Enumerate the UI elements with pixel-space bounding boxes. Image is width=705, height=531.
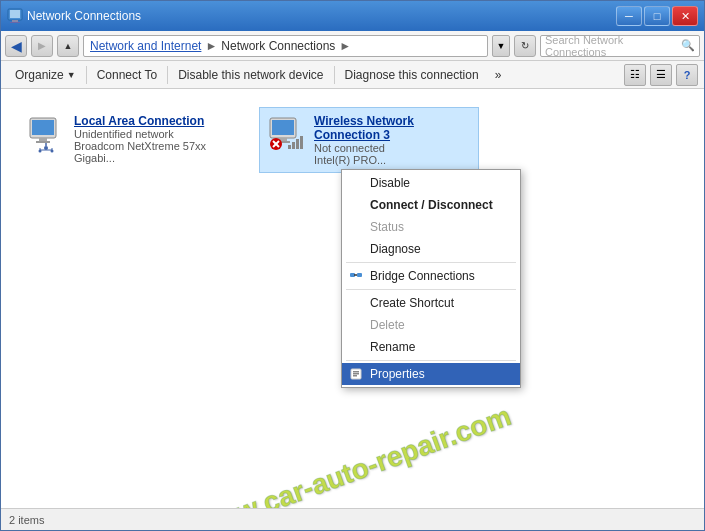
ctx-bridge-connections[interactable]: Bridge Connections [342,265,520,287]
svg-rect-2 [12,20,18,22]
up-button[interactable]: ▲ [57,35,79,57]
disable-button[interactable]: Disable this network device [170,63,331,87]
wireless-info: Wireless Network Connection 3 Not connec… [314,114,472,166]
content-area: Local Area Connection Unidentified netwo… [1,89,704,508]
breadcrumb-current: Network Connections [221,39,335,53]
svg-rect-27 [357,273,362,277]
ctx-connect-disconnect[interactable]: Connect / Disconnect [342,194,520,216]
breadcrumb-sep: ► [205,39,217,53]
toolbar-separator-3 [334,66,335,84]
local-area-connection-item[interactable]: Local Area Connection Unidentified netwo… [19,107,239,173]
svg-rect-5 [32,120,54,135]
ctx-disable-label: Disable [370,176,410,190]
help-button[interactable]: ? [676,64,698,86]
toolbar: Organize ▼ Connect To Disable this netwo… [1,61,704,89]
ctx-properties[interactable]: Properties [342,363,520,385]
more-button[interactable]: » [487,63,510,87]
ctx-status-label: Status [370,220,404,234]
search-placeholder: Search Network Connections [545,34,681,58]
wireless-name: Wireless Network Connection 3 [314,114,472,142]
properties-icon [348,366,364,382]
local-area-device: Broadcom NetXtreme 57xx Gigabi... [74,140,232,164]
main-window: Network Connections ─ □ ✕ ◀ ▶ ▲ Network … [0,0,705,531]
view-options-button[interactable]: ☷ [624,64,646,86]
title-bar: Network Connections ─ □ ✕ [1,1,704,31]
ctx-delete: Delete [342,314,520,336]
wireless-status: Not connected [314,142,472,154]
address-dropdown-button[interactable]: ▼ [492,35,510,57]
svg-rect-22 [288,145,291,149]
wireless-device: Intel(R) PRO... [314,154,472,166]
diagnose-label: Diagnose this connection [345,68,479,82]
svg-rect-30 [353,371,359,373]
organize-chevron: ▼ [67,70,76,80]
title-bar-controls: ─ □ ✕ [616,6,698,26]
svg-rect-7 [36,141,50,143]
wireless-icon [266,114,306,154]
search-bar[interactable]: Search Network Connections 🔍 [540,35,700,57]
ctx-diagnose-label: Diagnose [370,242,421,256]
ctx-delete-label: Delete [370,318,405,332]
ctx-properties-label: Properties [370,367,425,381]
breadcrumb-sep2: ► [339,39,351,53]
organize-label: Organize [15,68,64,82]
ctx-diagnose[interactable]: Diagnose [342,238,520,260]
local-area-icon [26,114,66,154]
title-bar-left: Network Connections [7,8,141,24]
wireless-connection-item[interactable]: Wireless Network Connection 3 Not connec… [259,107,479,173]
ctx-disable[interactable]: Disable [342,172,520,194]
ctx-create-shortcut[interactable]: Create Shortcut [342,292,520,314]
ctx-create-shortcut-label: Create Shortcut [370,296,454,310]
close-button[interactable]: ✕ [672,6,698,26]
svg-rect-25 [300,136,303,149]
status-text: 2 items [9,514,44,526]
connect-to-label: Connect To [97,68,158,82]
svg-point-8 [44,146,48,150]
status-bar: 2 items [1,508,704,530]
svg-rect-6 [39,138,47,141]
svg-rect-16 [272,120,294,135]
window-title: Network Connections [27,9,141,23]
local-area-status: Unidentified network [74,128,232,140]
watermark: www.car-auto-repair.com [190,400,514,508]
disable-label: Disable this network device [178,68,323,82]
minimize-button[interactable]: ─ [616,6,642,26]
view-toggle-button[interactable]: ☰ [650,64,672,86]
breadcrumb: Network and Internet [90,39,201,53]
svg-rect-32 [353,375,357,377]
svg-rect-1 [10,10,20,18]
context-menu: Disable Connect / Disconnect Status Diag… [341,169,521,388]
forward-button[interactable]: ▶ [31,35,53,57]
connect-to-button[interactable]: Connect To [89,63,166,87]
address-bar: ◀ ▶ ▲ Network and Internet ► Network Con… [1,31,704,61]
organize-button[interactable]: Organize ▼ [7,63,84,87]
svg-rect-3 [10,22,20,23]
svg-rect-31 [353,373,359,375]
toolbar-right: ☷ ☰ ? [624,64,698,86]
ctx-connect-disconnect-label: Connect / Disconnect [370,198,493,212]
svg-rect-23 [292,142,295,149]
ctx-rename-label: Rename [370,340,415,354]
back-button[interactable]: ◀ [5,35,27,57]
bridge-icon [348,268,364,284]
refresh-button[interactable]: ↻ [514,35,536,57]
more-label: » [495,68,502,82]
toolbar-separator-1 [86,66,87,84]
local-area-info: Local Area Connection Unidentified netwo… [74,114,232,164]
diagnose-button[interactable]: Diagnose this connection [337,63,487,87]
ctx-bridge-label: Bridge Connections [370,269,475,283]
ctx-separator-3 [346,360,516,361]
ctx-separator-2 [346,289,516,290]
ctx-separator-1 [346,262,516,263]
ctx-status: Status [342,216,520,238]
toolbar-separator-2 [167,66,168,84]
local-area-name: Local Area Connection [74,114,232,128]
ctx-rename[interactable]: Rename [342,336,520,358]
search-icon: 🔍 [681,39,695,52]
address-path[interactable]: Network and Internet ► Network Connectio… [83,35,488,57]
svg-rect-24 [296,139,299,149]
window-icon [7,8,23,24]
maximize-button[interactable]: □ [644,6,670,26]
